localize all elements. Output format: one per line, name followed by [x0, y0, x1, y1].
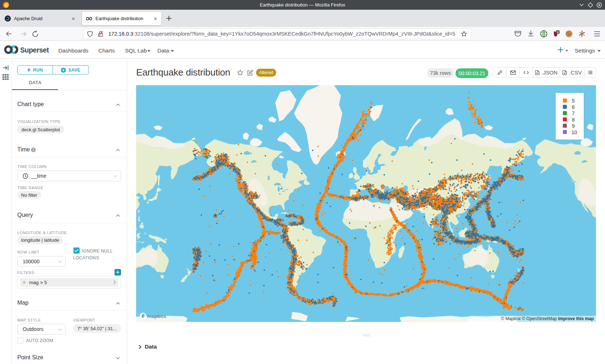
svg-text:10: 10: [572, 129, 577, 135]
svg-text:2: 2: [557, 30, 559, 34]
svg-text:8: 8: [572, 117, 575, 123]
svg-text:7: 7: [572, 110, 575, 116]
svg-text:6: 6: [572, 104, 575, 110]
svg-text:5: 5: [572, 99, 575, 104]
svg-text:9: 9: [572, 123, 575, 129]
svg-text:mapbox: mapbox: [147, 314, 166, 319]
